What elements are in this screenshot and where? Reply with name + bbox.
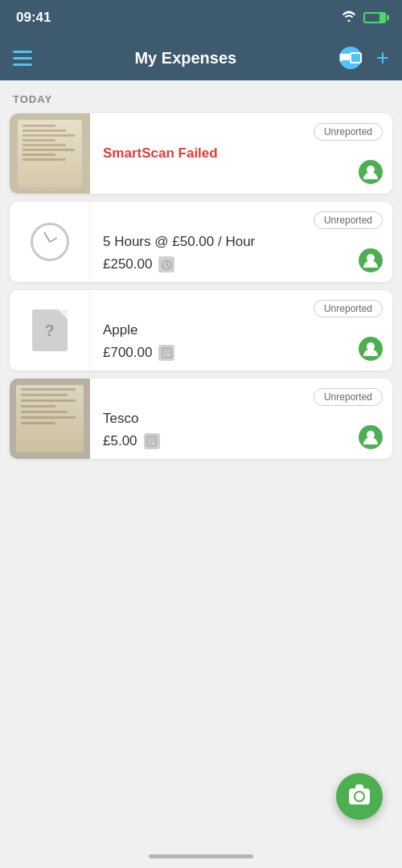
expense-card-apple[interactable]: Unreported Apple £700.00 bbox=[10, 290, 392, 371]
card-title-hours: 5 Hours @ £50.00 / Hour bbox=[103, 234, 381, 250]
card-thumbnail-tesco bbox=[10, 379, 90, 459]
avatar-tesco bbox=[359, 425, 383, 449]
nav-right-actions: + bbox=[339, 47, 389, 69]
status-bar: 09:41 bbox=[0, 0, 402, 35]
svg-line-2 bbox=[166, 265, 169, 267]
time-icon bbox=[158, 256, 174, 272]
avatar-smartscan bbox=[359, 160, 383, 184]
expense-card-tesco[interactable]: Unreported Tesco £5.00 bbox=[10, 379, 392, 459]
avatar-apple bbox=[359, 337, 383, 361]
menu-line-2 bbox=[13, 57, 32, 59]
page-title: My Expenses bbox=[134, 49, 236, 68]
menu-line-1 bbox=[13, 51, 32, 53]
add-expense-button[interactable]: + bbox=[376, 47, 389, 69]
expenses-list: TODAY Unreported SmartScan Failed bbox=[0, 80, 402, 480]
menu-line-3 bbox=[13, 63, 32, 66]
amount-row-apple: £700.00 bbox=[103, 345, 381, 361]
status-badge: Unreported bbox=[314, 300, 383, 317]
document-icon bbox=[32, 309, 68, 351]
camera-icon bbox=[349, 788, 370, 805]
card-body-apple: Unreported Apple £700.00 bbox=[90, 290, 392, 371]
battery-icon bbox=[363, 12, 386, 23]
card-amount-tesco: £5.00 bbox=[103, 433, 137, 449]
card-body-smartscan: Unreported SmartScan Failed bbox=[90, 113, 392, 194]
wifi-icon bbox=[341, 10, 357, 25]
card-body-hours: Unreported 5 Hours @ £50.00 / Hour £250.… bbox=[90, 202, 392, 282]
amount-row-hours: £250.00 bbox=[103, 256, 381, 272]
scan-receipt-fab[interactable] bbox=[336, 773, 383, 820]
expense-card-smartscan[interactable]: Unreported SmartScan Failed bbox=[10, 113, 392, 194]
receipt-icon bbox=[158, 345, 174, 361]
amount-row-tesco: £5.00 bbox=[103, 433, 381, 449]
section-today-label: TODAY bbox=[10, 93, 392, 105]
avatar-hours bbox=[359, 248, 383, 272]
home-indicator bbox=[149, 854, 253, 858]
card-thumbnail-sainsburys bbox=[10, 113, 90, 194]
chat-button[interactable] bbox=[339, 47, 362, 69]
clock-icon bbox=[31, 223, 69, 261]
card-amount-hours: £250.00 bbox=[103, 256, 152, 272]
card-thumbnail-hours bbox=[10, 202, 90, 282]
status-icons bbox=[341, 10, 386, 25]
status-badge: Unreported bbox=[314, 388, 383, 406]
card-title-smartscan: SmartScan Failed bbox=[103, 145, 381, 162]
card-title-tesco: Tesco bbox=[103, 411, 381, 427]
card-body-tesco: Unreported Tesco £5.00 bbox=[90, 379, 392, 459]
expense-card-hours[interactable]: Unreported 5 Hours @ £50.00 / Hour £250.… bbox=[10, 202, 392, 282]
nav-bar: My Expenses + bbox=[0, 35, 402, 80]
status-time: 09:41 bbox=[16, 10, 51, 26]
menu-button[interactable] bbox=[13, 51, 32, 66]
card-thumbnail-apple bbox=[10, 290, 90, 371]
card-amount-apple: £700.00 bbox=[103, 345, 152, 361]
status-badge: Unreported bbox=[314, 211, 383, 229]
status-badge: Unreported bbox=[314, 123, 383, 141]
card-title-apple: Apple bbox=[103, 322, 381, 338]
receipt-icon-tesco bbox=[144, 433, 160, 449]
